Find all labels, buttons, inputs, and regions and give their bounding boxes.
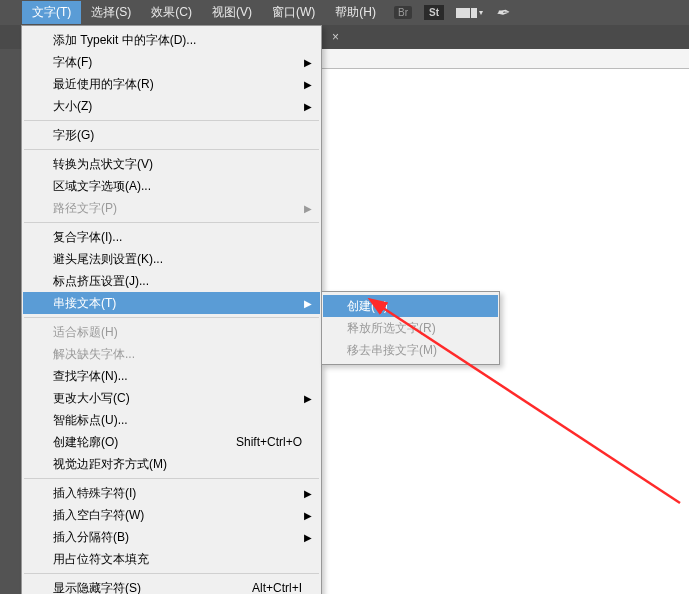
menu-item-label: 创建轮廓(O) — [53, 434, 118, 451]
menubar: 文字(T) 选择(S) 效果(C) 视图(V) 窗口(W) 帮助(H) Br S… — [0, 0, 689, 25]
menu-item-label: 大小(Z) — [53, 98, 92, 115]
submenu-arrow-icon: ▶ — [304, 298, 312, 309]
submenu-arrow-icon: ▶ — [304, 510, 312, 521]
type-menu-item[interactable]: 最近使用的字体(R)▶ — [23, 73, 320, 95]
bridge-icon[interactable]: Br — [394, 6, 412, 19]
type-menu-item[interactable]: 转换为点状文字(V) — [23, 153, 320, 175]
thread-submenu-item: 移去串接文字(M) — [323, 339, 498, 361]
feather-icon[interactable]: ✒ — [492, 3, 510, 22]
type-menu-item[interactable]: 添加 Typekit 中的字体(D)... — [23, 29, 320, 51]
submenu-arrow-icon: ▶ — [304, 532, 312, 543]
menu-item-label: 创建(C) — [347, 298, 388, 315]
menu-item-label: 插入分隔符(B) — [53, 529, 129, 546]
menu-effect[interactable]: 效果(C) — [141, 1, 202, 24]
menu-item-label: 查找字体(N)... — [53, 368, 128, 385]
menu-separator — [24, 149, 319, 150]
menu-item-label: 添加 Typekit 中的字体(D)... — [53, 32, 196, 49]
type-menu-item[interactable]: 显示隐藏字符(S)Alt+Ctrl+I — [23, 577, 320, 594]
menu-item-label: 字体(F) — [53, 54, 92, 71]
type-menu-item[interactable]: 字形(G) — [23, 124, 320, 146]
type-menu-item[interactable]: 智能标点(U)... — [23, 409, 320, 431]
menu-item-label: 适合标题(H) — [53, 324, 118, 341]
submenu-arrow-icon: ▶ — [304, 57, 312, 68]
submenu-arrow-icon: ▶ — [304, 488, 312, 499]
menubar-tools: Br St ▾ ✒ — [394, 3, 508, 22]
menu-view[interactable]: 视图(V) — [202, 1, 262, 24]
menu-item-label: 插入特殊字符(I) — [53, 485, 136, 502]
menu-shortcut: Shift+Ctrl+O — [236, 435, 302, 449]
menu-select[interactable]: 选择(S) — [81, 1, 141, 24]
menu-item-label: 区域文字选项(A)... — [53, 178, 151, 195]
type-menu-dropdown: 添加 Typekit 中的字体(D)...字体(F)▶最近使用的字体(R)▶大小… — [21, 25, 322, 594]
submenu-arrow-icon: ▶ — [304, 393, 312, 404]
submenu-arrow-icon: ▶ — [304, 79, 312, 90]
type-menu-item: 适合标题(H) — [23, 321, 320, 343]
menu-shortcut: Alt+Ctrl+I — [252, 581, 302, 594]
menu-item-label: 用占位符文本填充 — [53, 551, 149, 568]
menu-item-label: 解决缺失字体... — [53, 346, 135, 363]
thread-submenu-item[interactable]: 创建(C) — [323, 295, 498, 317]
menu-item-label: 释放所选文字(R) — [347, 320, 436, 337]
menu-item-label: 显示隐藏字符(S) — [53, 580, 141, 595]
close-icon[interactable]: × — [324, 30, 347, 44]
menu-window[interactable]: 窗口(W) — [262, 1, 325, 24]
menu-type[interactable]: 文字(T) — [22, 1, 81, 24]
type-menu-item[interactable]: 插入空白字符(W)▶ — [23, 504, 320, 526]
menu-separator — [24, 478, 319, 479]
type-menu-item[interactable]: 大小(Z)▶ — [23, 95, 320, 117]
type-menu-item[interactable]: 插入特殊字符(I)▶ — [23, 482, 320, 504]
type-menu-item[interactable]: 串接文本(T)▶ — [23, 292, 320, 314]
submenu-arrow-icon: ▶ — [304, 203, 312, 214]
arrange-documents-icon[interactable]: ▾ — [456, 8, 483, 18]
type-menu-item[interactable]: 区域文字选项(A)... — [23, 175, 320, 197]
type-menu-item[interactable]: 避头尾法则设置(K)... — [23, 248, 320, 270]
menu-item-label: 视觉边距对齐方式(M) — [53, 456, 167, 473]
type-menu-item[interactable]: 创建轮廓(O)Shift+Ctrl+O — [23, 431, 320, 453]
type-menu-item[interactable]: 用占位符文本填充 — [23, 548, 320, 570]
type-menu-item[interactable]: 视觉边距对齐方式(M) — [23, 453, 320, 475]
menu-help[interactable]: 帮助(H) — [325, 1, 386, 24]
menu-item-label: 更改大小写(C) — [53, 390, 130, 407]
menu-item-label: 字形(G) — [53, 127, 94, 144]
type-menu-item[interactable]: 字体(F)▶ — [23, 51, 320, 73]
type-menu-item[interactable]: 复合字体(I)... — [23, 226, 320, 248]
menu-item-label: 避头尾法则设置(K)... — [53, 251, 163, 268]
type-menu-item: 解决缺失字体... — [23, 343, 320, 365]
menu-item-label: 转换为点状文字(V) — [53, 156, 153, 173]
thread-submenu-item: 释放所选文字(R) — [323, 317, 498, 339]
menu-separator — [24, 573, 319, 574]
menu-item-label: 智能标点(U)... — [53, 412, 128, 429]
type-menu-item: 路径文字(P)▶ — [23, 197, 320, 219]
menu-item-label: 插入空白字符(W) — [53, 507, 144, 524]
left-panel — [0, 49, 22, 594]
type-menu-item[interactable]: 查找字体(N)... — [23, 365, 320, 387]
menu-separator — [24, 120, 319, 121]
menu-item-label: 标点挤压设置(J)... — [53, 273, 149, 290]
submenu-arrow-icon: ▶ — [304, 101, 312, 112]
stock-icon[interactable]: St — [424, 5, 444, 20]
menu-separator — [24, 222, 319, 223]
menu-item-label: 复合字体(I)... — [53, 229, 122, 246]
type-menu-item[interactable]: 更改大小写(C)▶ — [23, 387, 320, 409]
menu-item-label: 串接文本(T) — [53, 295, 116, 312]
menu-item-label: 路径文字(P) — [53, 200, 117, 217]
menu-item-label: 移去串接文字(M) — [347, 342, 437, 359]
type-menu-item[interactable]: 插入分隔符(B)▶ — [23, 526, 320, 548]
menu-item-label: 最近使用的字体(R) — [53, 76, 154, 93]
type-menu-item[interactable]: 标点挤压设置(J)... — [23, 270, 320, 292]
menu-separator — [24, 317, 319, 318]
thread-text-submenu: 创建(C)释放所选文字(R)移去串接文字(M) — [321, 291, 500, 365]
